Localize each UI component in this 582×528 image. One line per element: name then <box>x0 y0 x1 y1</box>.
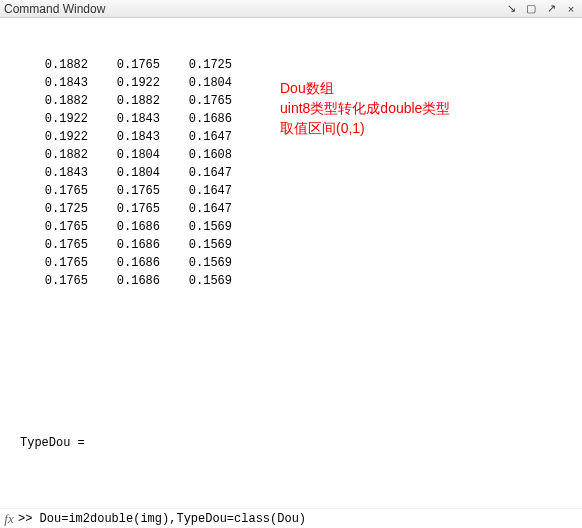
matrix-row: 0.17250.17650.1647 <box>20 200 582 218</box>
typedou-label: TypeDou = <box>20 434 582 452</box>
close-icon[interactable]: × <box>564 2 578 16</box>
maximize-icon[interactable]: ↗ <box>544 2 558 16</box>
matrix-row: 0.17650.16860.1569 <box>20 254 582 272</box>
matrix-row: 0.17650.17650.1647 <box>20 182 582 200</box>
undock-icon[interactable]: ↘ <box>504 2 518 16</box>
annotation-overlay: Dou数组 uint8类型转化成double类型 取值区间(0,1) <box>280 78 450 138</box>
annotation-line: uint8类型转化成double类型 <box>280 98 450 118</box>
annotation-line: 取值区间(0,1) <box>280 118 450 138</box>
matrix-row: 0.17650.16860.1569 <box>20 272 582 290</box>
title-bar: Command Window ↘ ▢ ↗ × <box>0 0 582 18</box>
matrix-row: 0.18820.17650.1725 <box>20 56 582 74</box>
matrix-row: 0.17650.16860.1569 <box>20 218 582 236</box>
matrix-row: 0.18820.18040.1608 <box>20 146 582 164</box>
window-title: Command Window <box>4 2 105 16</box>
content-area[interactable]: 0.18820.17650.17250.18430.19220.18040.18… <box>0 18 582 528</box>
matrix-row: 0.17650.16860.1569 <box>20 236 582 254</box>
fx-icon[interactable]: fx <box>0 511 18 527</box>
prompt-row[interactable]: fx >> Dou=im2double(img),TypeDou=class(D… <box>0 508 582 528</box>
matrix-row: 0.18430.18040.1647 <box>20 164 582 182</box>
window-controls: ↘ ▢ ↗ × <box>504 2 578 16</box>
annotation-line: Dou数组 <box>280 78 450 98</box>
minimize-icon[interactable]: ▢ <box>524 2 538 16</box>
prompt-command[interactable]: >> Dou=im2double(img),TypeDou=class(Dou) <box>18 512 306 526</box>
